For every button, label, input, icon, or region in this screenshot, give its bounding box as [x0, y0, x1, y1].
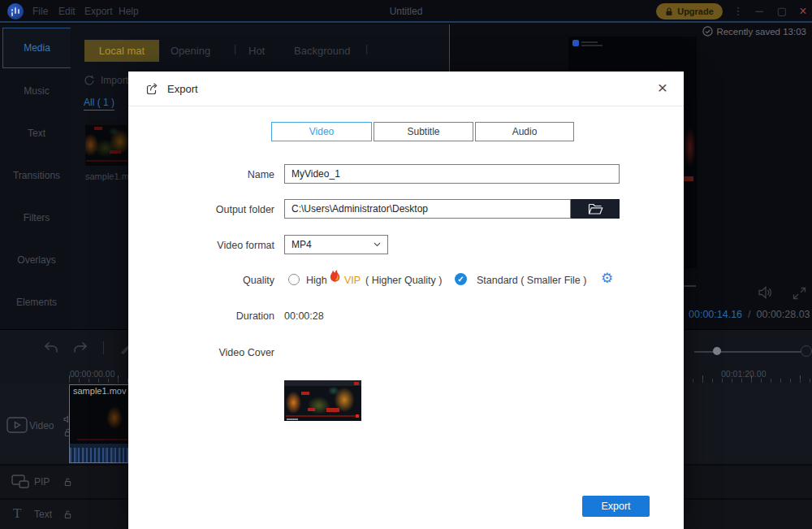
import-label: Import: [101, 75, 128, 86]
sidebar-item-text[interactable]: Text: [2, 113, 71, 154]
media-tab-local[interactable]: Local mat: [84, 40, 159, 62]
maximize-button[interactable]: ▢: [773, 3, 791, 20]
quality-high-label[interactable]: High: [306, 275, 327, 286]
sidebar-item-music[interactable]: Music: [2, 71, 71, 111]
titlebar: File Edit Export Help Untitled Upgrade ⋮…: [0, 0, 812, 23]
video-watermark-text: [581, 45, 603, 46]
track-lock-icon[interactable]: [64, 510, 71, 519]
quality-high-radio[interactable]: [288, 274, 300, 285]
upgrade-label: Upgrade: [677, 7, 714, 16]
fullscreen-icon[interactable]: [793, 287, 806, 300]
format-value: MP4: [292, 239, 312, 250]
thumbnail-red-label: [301, 392, 309, 395]
dialog-tab-audio[interactable]: Audio: [475, 122, 574, 141]
text-track-label: Text: [34, 509, 52, 520]
export-dialog: Export × Video Subtitle Audio Name Outpu…: [128, 72, 684, 529]
zoom-slider-track[interactable]: [694, 351, 801, 353]
export-icon: [145, 81, 160, 97]
video-watermark-logo: [572, 40, 579, 46]
import-icon: [84, 75, 95, 86]
dialog-close-icon[interactable]: ×: [653, 78, 672, 98]
close-button[interactable]: ×: [794, 3, 812, 20]
output-folder-label: Output folder: [169, 204, 274, 215]
quality-high-note: ( Higher Quality ): [365, 275, 442, 286]
thumbnail-progress-bar: [286, 415, 360, 417]
sidebar-item-overlays[interactable]: Overlays: [2, 240, 71, 280]
text-track-icon: T: [13, 505, 21, 522]
video-watermark-text: [581, 41, 598, 43]
thumbnail-time-text: [287, 418, 298, 420]
format-select[interactable]: MP4: [284, 235, 388, 254]
media-tab-background[interactable]: Background: [286, 40, 358, 62]
check-circle-icon: [702, 26, 713, 37]
media-tab-opening[interactable]: Opening: [162, 40, 218, 62]
sidebar: Media Music Text Transitions Filters Ove…: [0, 24, 73, 329]
minimize-button[interactable]: ─: [750, 3, 768, 20]
more-menu-button[interactable]: ⋮: [729, 3, 747, 20]
pip-track-icon: [11, 475, 29, 488]
dialog-tab-video[interactable]: Video: [271, 122, 372, 141]
redo-icon[interactable]: [71, 340, 89, 355]
video-cover-thumbnail[interactable]: [284, 380, 361, 421]
zoom-fit-button[interactable]: [801, 345, 812, 357]
vip-badge: VIP: [344, 275, 361, 286]
folder-icon: [588, 203, 603, 215]
zoom-slider-handle[interactable]: [713, 347, 721, 355]
flame-vip-icon: [326, 267, 343, 284]
thumbnail-progress-knob: [356, 414, 359, 418]
thumbnail-red-label: [94, 127, 102, 130]
video-cover-label: Video Cover: [169, 347, 274, 358]
lock-icon: [665, 7, 673, 16]
thumbnail-red-label: [308, 408, 315, 411]
import-button[interactable]: Import: [84, 75, 128, 86]
quality-settings-gear-icon[interactable]: ⚙: [601, 271, 613, 285]
quality-standard-label[interactable]: Standard ( Smaller File ): [477, 275, 586, 286]
video-format-label: Video format: [169, 240, 274, 251]
thumbnail-titlebar: [85, 119, 130, 125]
playback-time: 00:00:14.16 / 00:00:28.03: [689, 309, 810, 320]
browse-folder-button[interactable]: [571, 199, 620, 219]
video-content: [684, 176, 693, 181]
duration-label: Duration: [169, 310, 274, 322]
duration-value: 00:00:28: [284, 310, 324, 322]
video-track-label: Video: [29, 420, 54, 431]
dialog-title: Export: [167, 83, 198, 95]
save-status: Recently saved 13:03: [702, 26, 806, 37]
save-status-text: Recently saved 13:03: [716, 27, 806, 37]
output-folder-input[interactable]: [284, 199, 571, 219]
thumbnail-red-label: [354, 382, 359, 385]
thumbnail-titlebar: [284, 380, 361, 386]
thumbnail-red-label: [326, 408, 339, 412]
toolbar-separator: [103, 341, 104, 354]
clip-name: sample1.mov: [73, 386, 126, 396]
dialog-tab-subtitle[interactable]: Subtitle: [374, 122, 473, 141]
thumbnail-red-label: [110, 150, 121, 154]
total-time: 00:00:28.03: [757, 309, 810, 320]
name-label: Name: [169, 169, 274, 180]
volume-icon[interactable]: [758, 286, 774, 299]
chevron-down-icon: [374, 242, 381, 247]
pip-track-label: PIP: [34, 476, 50, 488]
quality-label: Quality: [169, 275, 274, 286]
undo-icon[interactable]: [42, 340, 60, 355]
filter-all-link[interactable]: All ( 1 ): [84, 97, 114, 111]
tab-separator: |: [365, 43, 368, 54]
thumbnail-progress-bar: [86, 160, 129, 162]
track-lock-icon[interactable]: [64, 478, 71, 487]
sidebar-item-elements[interactable]: Elements: [2, 282, 71, 323]
media-tab-hot[interactable]: Hot: [240, 40, 273, 62]
sidebar-item-transitions[interactable]: Transitions: [2, 155, 71, 196]
dialog-header: Export ×: [128, 72, 684, 106]
sidebar-item-media[interactable]: Media: [2, 28, 71, 68]
media-item-thumbnail[interactable]: [85, 119, 130, 166]
quality-standard-radio[interactable]: ✓: [455, 273, 467, 285]
video-track-icon: [6, 417, 28, 433]
export-confirm-button[interactable]: Export: [582, 496, 650, 517]
name-input[interactable]: [284, 164, 620, 184]
time-separator: /: [748, 309, 750, 320]
tab-separator: |: [234, 43, 236, 54]
current-time: 00:00:14.16: [689, 309, 742, 320]
app-window: File Edit Export Help Untitled Upgrade ⋮…: [0, 0, 812, 529]
upgrade-button[interactable]: Upgrade: [656, 3, 723, 20]
sidebar-item-filters[interactable]: Filters: [2, 197, 71, 238]
